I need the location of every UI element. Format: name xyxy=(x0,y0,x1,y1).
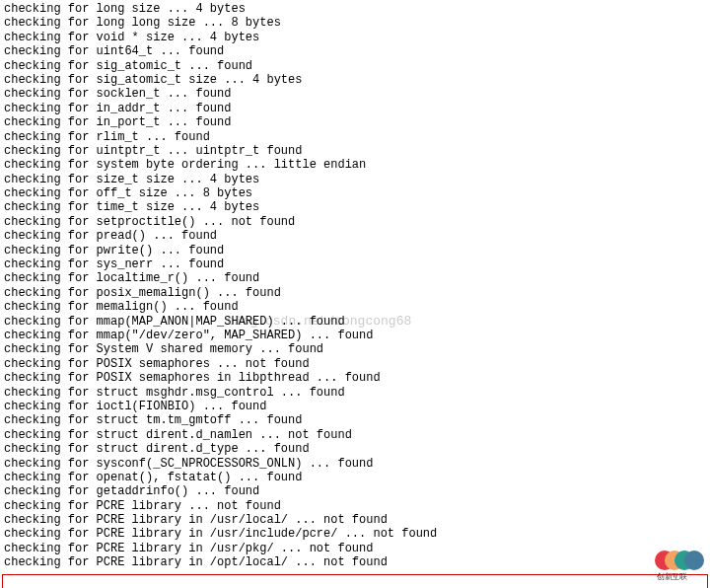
terminal-line: checking for mmap(MAP_ANON|MAP_SHARED) .… xyxy=(4,315,706,329)
terminal-line: checking for ioctl(FIONBIO) ... found xyxy=(4,400,706,413)
terminal-line: checking for time_t size ... 4 bytes xyxy=(4,200,706,214)
terminal-output: checking for long size ... 4 byteschecki… xyxy=(0,0,710,572)
terminal-line: checking for pread() ... found xyxy=(4,229,706,243)
terminal-line: checking for rlim_t ... found xyxy=(4,130,706,144)
terminal-line: checking for memalign() ... found xyxy=(4,300,706,314)
terminal-line: checking for sys_nerr ... found xyxy=(4,257,706,271)
terminal-line: checking for struct tm.tm_gmtoff ... fou… xyxy=(4,413,706,427)
terminal-line: checking for uintptr_t ... uintptr_t fou… xyxy=(4,144,706,158)
terminal-line: checking for in_addr_t ... found xyxy=(4,102,706,115)
terminal-line: checking for mmap("/dev/zero", MAP_SHARE… xyxy=(4,329,706,342)
terminal-line: checking for POSIX semaphores ... not fo… xyxy=(4,357,706,371)
terminal-line: checking for openat(), fstatat() ... fou… xyxy=(4,471,706,484)
terminal-line: checking for sysconf(_SC_NPROCESSORS_ONL… xyxy=(4,457,706,471)
terminal-line: checking for posix_memalign() ... found xyxy=(4,286,706,300)
terminal-line: checking for long size ... 4 bytes xyxy=(4,2,706,16)
terminal-line: checking for off_t size ... 8 bytes xyxy=(4,186,706,200)
terminal-line: checking for POSIX semaphores in libpthr… xyxy=(4,371,706,385)
terminal-line: checking for PCRE library in /usr/local/… xyxy=(4,513,706,527)
terminal-line: checking for long long size ... 8 bytes xyxy=(4,16,706,30)
terminal-line: checking for PCRE library in /usr/pkg/ .… xyxy=(4,542,706,555)
terminal-line: checking for system byte ordering ... li… xyxy=(4,158,706,172)
terminal-line: checking for PCRE library ... not found xyxy=(4,499,706,513)
terminal-line: checking for getaddrinfo() ... found xyxy=(4,484,706,498)
terminal-line: checking for void * size ... 4 bytes xyxy=(4,31,706,44)
terminal-line: checking for uint64_t ... found xyxy=(4,44,706,58)
terminal-line: checking for struct dirent.d_type ... fo… xyxy=(4,442,706,456)
logo-text: 创新互联 xyxy=(657,572,686,582)
terminal-line: checking for socklen_t ... found xyxy=(4,87,706,101)
logo-dot-icon xyxy=(684,551,704,570)
error-blank-line xyxy=(7,577,703,588)
terminal-line: checking for PCRE library in /opt/local/… xyxy=(4,555,706,569)
terminal-line: checking for PCRE library in /usr/includ… xyxy=(4,527,706,541)
terminal-line: checking for System V shared memory ... … xyxy=(4,342,706,356)
terminal-line: checking for setproctitle() ... not foun… xyxy=(4,215,706,229)
terminal-line: checking for in_port_t ... found xyxy=(4,115,706,129)
configure-error-box: ./configure: error: the HTTP rewrite mod… xyxy=(2,574,708,588)
terminal-line: checking for sig_atomic_t ... found xyxy=(4,59,706,73)
terminal-line: checking for localtime_r() ... found xyxy=(4,271,706,285)
terminal-line: checking for struct msghdr.msg_control .… xyxy=(4,386,706,400)
terminal-line: checking for pwrite() ... found xyxy=(4,244,706,257)
terminal-line: checking for struct dirent.d_namlen ... … xyxy=(4,428,706,442)
terminal-line: checking for size_t size ... 4 bytes xyxy=(4,173,706,186)
brand-logo-badge: 创新互联 xyxy=(655,551,706,580)
terminal-line: checking for sig_atomic_t size ... 4 byt… xyxy=(4,73,706,87)
